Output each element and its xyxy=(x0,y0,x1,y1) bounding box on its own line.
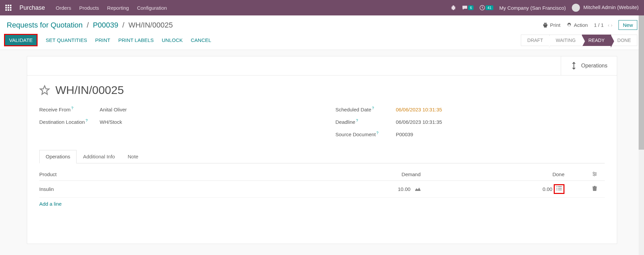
svg-point-12 xyxy=(594,175,595,176)
trash-icon[interactable] xyxy=(592,187,597,192)
status-done[interactable]: DONE xyxy=(611,35,637,46)
set-quantities-button[interactable]: SET QUANTITIES xyxy=(46,37,87,43)
svg-rect-4 xyxy=(8,7,9,9)
cancel-button[interactable]: CANCEL xyxy=(191,37,211,43)
action-button[interactable]: Action xyxy=(566,22,588,28)
messages-icon[interactable]: 6 xyxy=(462,5,474,10)
header-row: Requests for Quotation / P00039 / WH/IN/… xyxy=(0,15,644,32)
source-doc-value[interactable]: P00039 xyxy=(396,132,413,137)
user-name: Mitchell Admin (Website) xyxy=(583,4,639,10)
nav-configuration[interactable]: Configuration xyxy=(137,5,167,11)
activities-badge: 41 xyxy=(486,5,493,10)
action-bar: VALIDATE SET QUANTITIES PRINT PRINT LABE… xyxy=(0,32,644,50)
top-navbar: Purchase Orders Products Reporting Confi… xyxy=(0,0,644,15)
col-options-icon[interactable] xyxy=(585,171,605,178)
pager-prev-icon[interactable]: ‹ xyxy=(608,22,609,28)
breadcrumb-current: WH/IN/00025 xyxy=(129,21,173,29)
app-name[interactable]: Purchase xyxy=(19,4,45,11)
svg-point-10 xyxy=(593,172,594,173)
row-demand[interactable]: 10.00 xyxy=(294,186,438,192)
svg-rect-15 xyxy=(556,188,557,189)
print-labels-button[interactable]: PRINT LABELS xyxy=(118,37,154,43)
debug-icon[interactable] xyxy=(451,5,456,10)
scheduled-date-value[interactable]: 06/06/2023 10:31:35 xyxy=(396,107,442,112)
activities-icon[interactable]: 41 xyxy=(480,5,493,10)
deadline-label: Deadline? xyxy=(336,118,396,125)
tab-additional-info[interactable]: Additional Info xyxy=(77,150,121,163)
pager-next-icon[interactable]: › xyxy=(611,22,612,28)
forecast-icon[interactable] xyxy=(415,186,420,192)
source-doc-label: Source Document? xyxy=(336,131,396,137)
form-sheet: Operations WH/IN/00025 Receive From? Ani… xyxy=(27,56,617,244)
action-label: Action xyxy=(574,22,588,28)
col-done-header[interactable]: Done xyxy=(437,171,585,178)
row-done[interactable]: 0.00 xyxy=(437,184,585,194)
help-icon[interactable]: ? xyxy=(356,118,358,122)
operations-stat-button[interactable]: Operations xyxy=(561,56,617,75)
receive-from-label: Receive From? xyxy=(39,106,100,112)
record-title: WH/IN/00025 xyxy=(55,84,124,97)
table-row[interactable]: Insulin 10.00 0.00 xyxy=(39,181,605,198)
svg-rect-16 xyxy=(558,188,562,189)
svg-rect-13 xyxy=(556,186,557,187)
tabs: Operations Additional Info Note xyxy=(39,150,605,163)
status-ready[interactable]: READY xyxy=(582,35,611,46)
destination-value[interactable]: WH/Stock xyxy=(100,119,122,125)
print-label: Print xyxy=(550,22,560,28)
scrollbar[interactable] xyxy=(639,15,644,244)
nav-orders[interactable]: Orders xyxy=(56,5,71,11)
operations-stat-label: Operations xyxy=(581,63,607,69)
validate-highlight: VALIDATE xyxy=(4,34,38,46)
svg-rect-2 xyxy=(10,5,12,6)
pager: 1 / 1 ‹ › xyxy=(594,22,612,28)
svg-rect-5 xyxy=(10,7,12,9)
svg-rect-1 xyxy=(8,5,9,6)
breadcrumb-parent[interactable]: P00039 xyxy=(93,21,118,29)
apps-icon[interactable] xyxy=(5,5,11,11)
breadcrumb-root[interactable]: Requests for Quotation xyxy=(7,21,83,29)
svg-rect-6 xyxy=(5,9,7,11)
messages-badge: 6 xyxy=(468,5,474,10)
nav-products[interactable]: Products xyxy=(79,5,99,11)
svg-rect-18 xyxy=(558,190,562,190)
svg-rect-14 xyxy=(558,186,562,187)
details-icon[interactable] xyxy=(556,186,562,192)
help-icon[interactable]: ? xyxy=(372,106,374,110)
add-line-link[interactable]: Add a line xyxy=(39,198,605,210)
breadcrumb: Requests for Quotation / P00039 / WH/IN/… xyxy=(7,21,173,30)
user-menu[interactable]: Mitchell Admin (Website) xyxy=(572,4,639,12)
operations-table: Product Demand Done Insulin 10.00 xyxy=(39,169,605,210)
status-draft[interactable]: DRAFT xyxy=(521,35,549,46)
svg-rect-8 xyxy=(10,9,12,11)
print-picking-button[interactable]: PRINT xyxy=(95,37,110,43)
tab-note[interactable]: Note xyxy=(121,150,145,163)
deadline-value: 06/06/2023 10:31:35 xyxy=(396,119,442,125)
unlock-button[interactable]: UNLOCK xyxy=(162,37,183,43)
col-product-header[interactable]: Product xyxy=(39,171,294,178)
svg-rect-7 xyxy=(8,9,9,11)
avatar-icon xyxy=(572,4,580,12)
status-bar: DRAFT WAITING READY DONE xyxy=(521,35,637,46)
company-selector[interactable]: My Company (San Francisco) xyxy=(499,5,566,11)
validate-button[interactable]: VALIDATE xyxy=(5,35,37,45)
scheduled-date-label: Scheduled Date? xyxy=(336,106,396,112)
row-product[interactable]: Insulin xyxy=(39,186,294,192)
tab-operations[interactable]: Operations xyxy=(39,150,77,163)
star-icon[interactable] xyxy=(39,85,50,96)
destination-label: Destination Location? xyxy=(39,118,100,125)
help-icon[interactable]: ? xyxy=(86,118,88,122)
new-button[interactable]: New xyxy=(618,20,637,30)
nav-reporting[interactable]: Reporting xyxy=(107,5,129,11)
svg-rect-3 xyxy=(5,7,7,9)
svg-point-11 xyxy=(595,173,596,175)
pager-text: 1 / 1 xyxy=(594,22,604,28)
status-waiting[interactable]: WAITING xyxy=(549,35,582,46)
svg-rect-17 xyxy=(556,190,557,190)
col-demand-header[interactable]: Demand xyxy=(294,171,438,178)
help-icon[interactable]: ? xyxy=(377,131,379,135)
print-button[interactable]: Print xyxy=(543,22,560,28)
help-icon[interactable]: ? xyxy=(71,106,73,110)
scrollbar-thumb[interactable] xyxy=(639,15,644,150)
receive-from-value[interactable]: Anital Oliver xyxy=(100,107,127,112)
details-highlight xyxy=(554,184,564,194)
